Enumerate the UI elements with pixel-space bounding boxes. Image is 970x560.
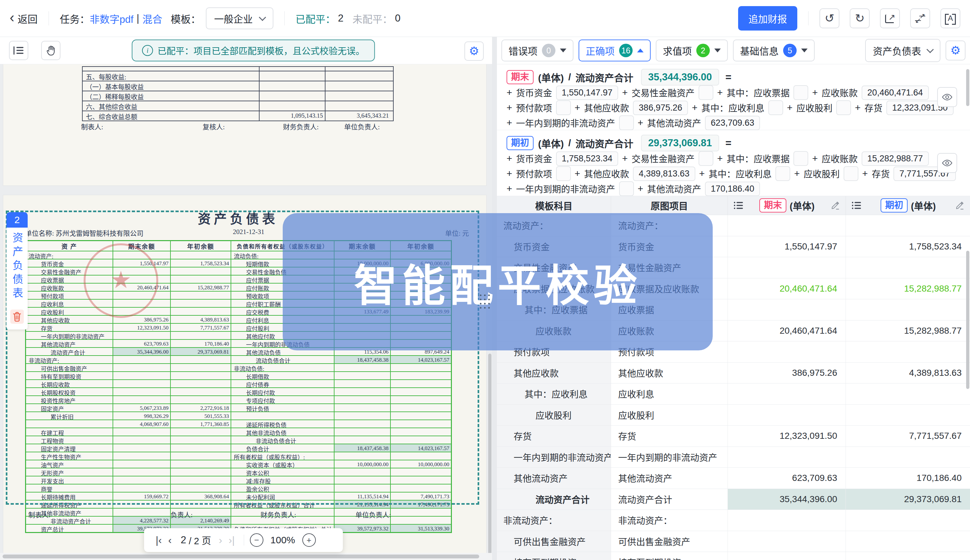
first-page-button[interactable]: |‹ <box>156 534 162 546</box>
list-icon[interactable] <box>734 201 743 210</box>
formula-term-value[interactable] <box>768 100 783 115</box>
period-end-value-cell[interactable] <box>728 447 846 468</box>
period-begin-value-cell[interactable] <box>846 342 970 362</box>
formula-term-value[interactable] <box>556 100 571 115</box>
original-item-cell[interactable]: 预付款项 <box>611 342 728 362</box>
template-select[interactable]: 一般企业 <box>206 7 273 29</box>
tab-correct-items[interactable]: 正确项 16 <box>579 40 651 62</box>
sheet-page-tab[interactable]: 2 资产负债表 <box>7 212 30 330</box>
formula-term-value[interactable]: 170,186.40 <box>705 182 760 196</box>
period-end-value-cell[interactable] <box>728 405 846 426</box>
zoom-out-button[interactable]: − <box>250 533 264 547</box>
formula-term-value[interactable] <box>793 85 808 100</box>
template-subject-cell[interactable]: 交易性金融资产 <box>497 257 611 278</box>
original-item-cell[interactable]: 可供出售金融资产 <box>611 531 728 552</box>
pan-button[interactable] <box>41 41 60 60</box>
period-end-value-cell[interactable] <box>728 257 846 278</box>
outline-button[interactable] <box>9 41 28 60</box>
formula-term-value[interactable] <box>793 151 808 166</box>
template-subject-cell[interactable]: 非流动资产： <box>497 510 611 531</box>
original-item-cell[interactable]: 应收股利 <box>611 405 728 426</box>
formula-term-value[interactable]: 386,975.26 <box>633 101 688 115</box>
template-subject-cell[interactable]: 货币资金 <box>497 236 611 257</box>
original-item-cell[interactable]: 应收利息 <box>611 383 728 404</box>
prev-page-button[interactable]: ‹ <box>168 534 172 546</box>
period-begin-value-cell[interactable] <box>846 383 970 404</box>
last-page-button[interactable]: ›| <box>229 534 235 546</box>
document-vertical-scrollbar[interactable] <box>488 353 491 559</box>
period-end-value-cell[interactable]: 623,709.63 <box>728 468 846 488</box>
original-item-cell[interactable]: 流动资产合计 <box>611 489 728 510</box>
formula-scrollbar[interactable] <box>966 69 969 106</box>
fullscreen-button[interactable]: ↗↙ <box>910 8 930 28</box>
formula-term-value[interactable] <box>836 100 851 115</box>
period-end-value-cell[interactable] <box>728 342 846 362</box>
formula-term-value[interactable] <box>619 181 634 196</box>
period-begin-value-cell[interactable]: 15,282,988.77 <box>846 278 970 299</box>
task-mode-link[interactable]: 混合 <box>142 11 162 26</box>
original-item-cell[interactable]: 流动资产： <box>611 215 728 236</box>
template-subject-cell[interactable]: 流动资产合计 <box>497 489 611 510</box>
template-subject-cell[interactable]: 应收账款 <box>497 320 611 342</box>
panel-divider-handle[interactable] <box>480 295 491 309</box>
period-begin-value-cell[interactable] <box>846 257 970 278</box>
original-item-cell[interactable]: 应收票据及应收账款 <box>611 278 728 299</box>
period-begin-value-cell[interactable] <box>846 552 970 560</box>
period-end-value-cell[interactable]: 20,460,471.64 <box>728 278 846 299</box>
period-begin-value-cell[interactable] <box>846 299 970 320</box>
template-subject-cell[interactable]: 应收票据及应收账款 <box>497 278 611 299</box>
edit-pencil-icon[interactable] <box>955 201 964 210</box>
tab-error-items[interactable]: 错误项 0 <box>501 40 573 62</box>
formula-term-value[interactable] <box>775 166 790 181</box>
formula-term-value[interactable]: 20,460,471.64 <box>861 85 929 100</box>
period-begin-value-cell[interactable] <box>846 215 970 236</box>
period-begin-value-cell[interactable] <box>846 531 970 552</box>
original-item-cell[interactable]: 交易性金融资产 <box>611 257 728 278</box>
template-subject-cell[interactable]: 持有至到期投资 <box>497 552 611 560</box>
table-scrollbar[interactable] <box>966 251 969 389</box>
original-item-cell[interactable]: 持有至到期投资 <box>611 552 728 560</box>
sheet-type-select[interactable]: 资产负债表 <box>865 39 940 62</box>
preview-formula-button[interactable] <box>937 153 957 173</box>
back-button[interactable]: ‹ 返回 <box>10 11 38 26</box>
export-button[interactable]: ↗ <box>880 8 900 28</box>
period-begin-value-cell[interactable]: 170,186.40 <box>846 468 970 488</box>
document-horizontal-scrollbar[interactable] <box>3 555 479 558</box>
history-button[interactable]: ↺ <box>820 8 840 28</box>
template-subject-cell[interactable]: 其中：应收利息 <box>497 383 611 404</box>
period-end-value-cell[interactable] <box>728 510 846 531</box>
period-end-value-cell[interactable] <box>728 215 846 236</box>
period-end-value-cell[interactable]: 386,975.26 <box>728 363 846 383</box>
formula-term-value[interactable] <box>844 166 858 181</box>
document-viewer[interactable]: 五、每股收益:（一）基本每股收益（二）稀释每股收益六、其他综合收益七、综合收益总… <box>0 64 492 560</box>
period-end-value-cell[interactable] <box>728 552 846 560</box>
formula-term-value[interactable]: 15,282,988.77 <box>861 152 929 166</box>
period-begin-value-cell[interactable] <box>846 405 970 426</box>
formula-term-value[interactable]: 1,550,147.97 <box>556 85 618 100</box>
formula-total-value[interactable]: 29,373,069.81 <box>641 135 719 152</box>
period-begin-value-cell[interactable]: 4,389,813.63 <box>846 363 970 383</box>
formula-term-value[interactable]: 623,709.63 <box>705 116 760 130</box>
formula-term-value[interactable] <box>699 151 713 166</box>
tab-evaluate-items[interactable]: 求值项 2 <box>656 40 728 62</box>
tab-basic-info[interactable]: 基础信息 5 <box>733 40 815 62</box>
delete-sheet-button[interactable] <box>10 310 24 324</box>
original-item-cell[interactable]: 一年内到期的非流动资产 <box>611 447 728 468</box>
period-end-value-cell[interactable]: 20,460,471.64 <box>728 320 846 342</box>
template-subject-cell[interactable]: 其中：应收票据 <box>497 299 611 320</box>
template-subject-cell[interactable]: 一年内到期的非流动资产 <box>497 447 611 468</box>
template-subject-cell[interactable]: 预付款项 <box>497 342 611 362</box>
ocr-button[interactable]: A <box>940 8 960 28</box>
add-report-button[interactable]: 追加财报 <box>738 6 797 30</box>
original-item-cell[interactable]: 应收票据 <box>611 299 728 320</box>
formula-total-value[interactable]: 35,344,396.00 <box>641 69 719 85</box>
template-subject-cell[interactable]: 可供出售金融资产 <box>497 531 611 552</box>
formula-settings-button[interactable]: ⚙ <box>945 40 965 60</box>
period-begin-value-cell[interactable]: 1,758,523.34 <box>846 236 970 257</box>
formula-term-value[interactable] <box>699 85 713 100</box>
refresh-button[interactable]: ↻ <box>850 8 870 28</box>
period-end-value-cell[interactable] <box>728 531 846 552</box>
zoom-in-button[interactable]: + <box>302 533 316 547</box>
template-subject-cell[interactable]: 其他流动资产 <box>497 468 611 488</box>
template-subject-cell[interactable]: 存货 <box>497 426 611 447</box>
